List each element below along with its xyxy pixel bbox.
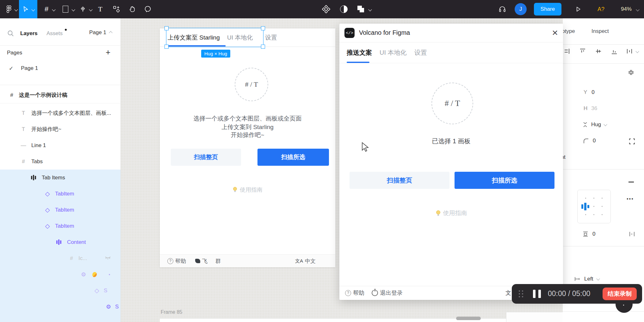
selection-rect[interactable] (166, 28, 263, 47)
add-page-button[interactable]: + (106, 47, 110, 57)
auto-layout-alignment-grid[interactable] (577, 190, 611, 223)
y-position-field[interactable]: Y 0 (584, 88, 595, 97)
text-align-dropdown[interactable]: Left (574, 275, 599, 283)
layer-row[interactable]: T 选择一个或多个文本图层、画板... (0, 105, 121, 121)
plugin-tab-push[interactable]: 推送文案 (347, 42, 372, 63)
more-options-icon[interactable]: ••• (627, 196, 634, 202)
design-frame[interactable]: 上传文案至 Starling UI 本地化 设置 # / T 选择一个或多个文本… (160, 28, 335, 267)
eye-closed-icon[interactable] (104, 256, 111, 261)
tab-layers[interactable]: Layers (20, 30, 38, 37)
move-tool-icon[interactable] (20, 0, 31, 18)
height-field[interactable]: H 36 (584, 104, 597, 113)
figma-menu-icon[interactable] (3, 0, 15, 18)
close-icon[interactable]: × (552, 26, 558, 40)
collapse-panel-icon[interactable] (628, 69, 635, 76)
pen-tool-chevron-icon[interactable] (89, 8, 92, 11)
drag-handle-icon[interactable] (522, 293, 523, 294)
plugin-tab-l10n[interactable]: UI 本地化 (380, 42, 407, 63)
distribute-icon[interactable] (626, 48, 633, 55)
tab-assets[interactable]: Assets (46, 30, 63, 37)
share-button[interactable]: Share (534, 0, 561, 18)
page-selector[interactable]: Page 1 (89, 28, 112, 37)
help-badge[interactable]: A? (595, 0, 607, 18)
rectangle-tool-icon[interactable] (61, 0, 70, 18)
pause-icon[interactable] (538, 290, 541, 298)
remove-auto-layout-icon[interactable] (629, 182, 634, 183)
boolean-chevron-icon[interactable] (368, 8, 372, 11)
padding-value[interactable]: 0 (592, 231, 595, 237)
drag-handle-icon[interactable] (519, 290, 520, 292)
horizontal-scrollbar-thumb[interactable] (456, 317, 481, 320)
align-horizontal-centers-icon[interactable] (595, 48, 602, 55)
frame-tab-settings[interactable]: 设置 (265, 28, 277, 46)
search-icon[interactable] (7, 30, 15, 37)
stop-recording-button[interactable]: 结束录制 (603, 288, 637, 300)
boolean-ops-icon[interactable] (356, 0, 366, 18)
frame-scan-selection-button[interactable]: 扫描所选 (257, 149, 329, 166)
tab-inspect[interactable]: Inspect (591, 18, 609, 44)
resources-tool-icon[interactable] (111, 0, 122, 18)
zoom-level-dropdown[interactable]: 94% (617, 0, 635, 18)
vertical-sizing-dropdown[interactable]: Hug (582, 120, 607, 129)
plugin-tab-settings[interactable]: 设置 (414, 42, 427, 63)
layer-row-hidden[interactable]: # Ic... (0, 250, 121, 266)
frame-feishu-link[interactable]: 飞 (195, 255, 207, 267)
pen-tool-icon[interactable] (78, 0, 88, 18)
padding-field[interactable]: 0 (582, 230, 595, 238)
shape-tool-chevron-icon[interactable] (71, 8, 75, 11)
layer-row[interactable]: ◇ S (0, 282, 121, 299)
layer-row[interactable]: # Tabs (0, 153, 121, 170)
hand-tool-icon[interactable] (127, 0, 139, 18)
align-left-icon[interactable] (563, 48, 570, 55)
align-bottom-icon[interactable] (611, 48, 618, 55)
drag-handle-icon[interactable] (519, 293, 520, 294)
frame-scan-page-button[interactable]: 扫描整页 (171, 149, 241, 166)
zoom-chevron-icon[interactable] (636, 8, 639, 11)
frame-name-label[interactable]: Frame 85 (161, 309, 182, 315)
layer-row[interactable]: Content (0, 234, 121, 250)
selection-handle-nw[interactable] (164, 26, 169, 30)
selection-handle-sw[interactable] (164, 45, 169, 49)
corner-radius-value[interactable]: 0 (593, 138, 596, 144)
layer-row[interactable]: ◇ TabItem (0, 186, 121, 202)
scan-page-button[interactable]: 扫描整页 (350, 172, 449, 189)
frame-tool-icon[interactable]: # (42, 0, 51, 18)
selection-handle-se[interactable] (261, 45, 265, 49)
drag-handle-icon[interactable] (519, 296, 520, 297)
h-value[interactable]: 36 (591, 105, 597, 112)
horizontal-padding-icon[interactable] (629, 231, 635, 237)
plugin-dialog-header[interactable]: </> Volcano for Figma × (339, 24, 563, 42)
align-top-icon[interactable] (579, 48, 586, 55)
plugin-language-toggle[interactable]: 文 (505, 286, 511, 300)
layer-row[interactable]: # 这是一个示例设计稿 (0, 87, 121, 103)
frame-language-toggle[interactable]: 文A 中文 (295, 255, 316, 267)
layer-row[interactable]: ⚙ (0, 266, 121, 282)
audio-call-icon[interactable] (497, 0, 508, 18)
drag-handle-icon[interactable] (522, 296, 523, 297)
avatar[interactable]: J (515, 0, 527, 18)
logout-link[interactable]: 退出登录 (372, 286, 403, 300)
mask-tool-icon[interactable] (338, 0, 350, 18)
component-tool-icon[interactable] (320, 0, 332, 18)
plugin-guide-link[interactable]: 使用指南 (339, 209, 563, 217)
align-more-chevron-icon[interactable] (635, 49, 639, 53)
layer-row[interactable]: — Line 1 (0, 137, 121, 153)
frame-guide-link[interactable]: 使用指南 (160, 186, 335, 194)
layer-row[interactable]: ◇ TabItem (0, 218, 121, 234)
corner-radius-field[interactable]: 0 (584, 136, 596, 145)
independent-corners-icon[interactable] (629, 138, 635, 145)
plugin-help-link[interactable]: ? 帮助 (345, 286, 364, 300)
layer-row-selected[interactable]: Tab Items (0, 170, 121, 186)
menu-chevron-icon[interactable] (14, 8, 18, 11)
scan-selection-button[interactable]: 扫描所选 (455, 172, 554, 189)
present-icon[interactable] (573, 0, 583, 18)
page-list-item[interactable]: ✓ Page 1 (9, 64, 38, 73)
recording-bar[interactable]: 00:00 / 05:00 结束录制 (512, 284, 642, 304)
layer-row[interactable]: ◇ TabItem (0, 202, 121, 218)
frame-tool-chevron-icon[interactable] (52, 8, 55, 11)
text-tool-icon[interactable]: T (95, 0, 106, 18)
pause-icon[interactable] (533, 290, 536, 298)
comment-tool-icon[interactable] (142, 0, 154, 18)
layer-row[interactable]: T 开始操作吧~ (0, 121, 121, 137)
selection-handle-ne[interactable] (261, 26, 265, 30)
